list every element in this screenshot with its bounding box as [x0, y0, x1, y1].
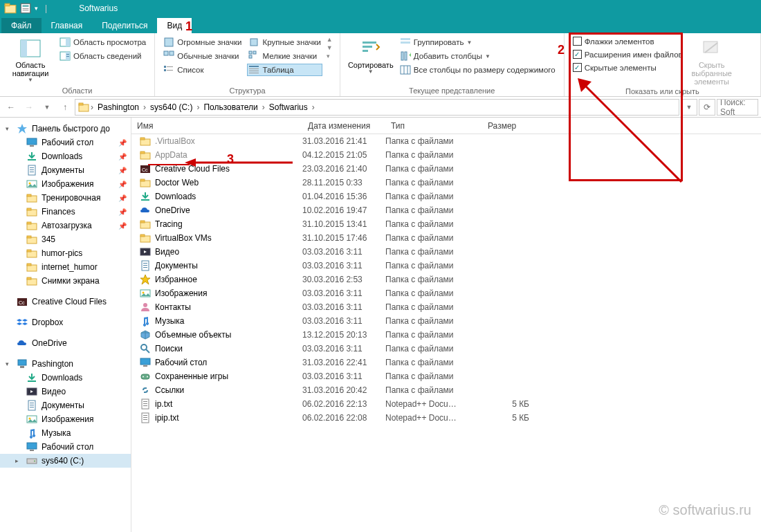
- chevron-right-icon[interactable]: ›: [196, 102, 199, 112]
- sidebar-item[interactable]: Рабочий стол📌: [0, 136, 131, 149]
- navigation-pane[interactable]: ▾Панель быстрого доРабочий стол📌Download…: [0, 118, 131, 532]
- up-button[interactable]: ↑: [57, 99, 73, 116]
- fit-columns-button[interactable]: Все столбцы по размеру содержимого: [398, 64, 557, 76]
- layout-list[interactable]: Список: [162, 64, 243, 76]
- sort-button[interactable]: Сортировать ▼: [347, 36, 394, 75]
- layout-medium-icons[interactable]: Обычные значки: [162, 50, 243, 62]
- svg-rect-106: [143, 265, 147, 266]
- sidebar-item[interactable]: Downloads: [0, 371, 131, 385]
- sidebar-item[interactable]: 345: [0, 232, 131, 246]
- sidebar-item[interactable]: OneDrive: [0, 336, 131, 350]
- file-row[interactable]: Изображения03.03.2016 3:11Папка с файлам…: [131, 286, 761, 300]
- sidebar-item[interactable]: Снимки экрана: [0, 274, 131, 288]
- chevron-right-icon[interactable]: ›: [143, 102, 146, 112]
- sidebar-item[interactable]: Автозагрузка📌: [0, 219, 131, 232]
- forward-button[interactable]: →: [21, 99, 37, 116]
- crumb[interactable]: Softwarius: [266, 102, 311, 112]
- preview-pane-button[interactable]: Область просмотра: [58, 36, 147, 48]
- file-row[interactable]: .VirtualBox31.03.2016 21:41Папка с файла…: [131, 134, 761, 148]
- sidebar-item[interactable]: CcCreative Cloud Files: [0, 295, 131, 309]
- tab-file[interactable]: Файл: [1, 18, 42, 33]
- search-input[interactable]: Поиск: Soft: [717, 99, 758, 116]
- file-name: ip.txt: [155, 399, 172, 409]
- chevron-right-icon[interactable]: ›: [91, 102, 93, 112]
- layout-details[interactable]: Таблица: [247, 64, 322, 76]
- recent-locations-button[interactable]: ▼: [39, 99, 55, 116]
- crumb[interactable]: Pashington: [95, 102, 142, 112]
- properties-icon[interactable]: [19, 2, 32, 15]
- scroll-up-icon[interactable]: ▲: [327, 36, 333, 43]
- file-row[interactable]: ipip.txt06.02.2016 22:08Notepad++ Docu…5…: [131, 411, 761, 425]
- file-name: Сохраненные игры: [155, 372, 228, 381]
- group-by-button[interactable]: Группировать▼: [398, 36, 557, 48]
- sidebar-item[interactable]: Документы📌: [0, 163, 131, 177]
- sidebar-item[interactable]: Видео: [0, 385, 131, 398]
- tab-home[interactable]: Главная: [42, 18, 93, 33]
- back-button[interactable]: ←: [3, 99, 19, 116]
- nav-pane-button[interactable]: Область навигации ▼: [7, 36, 54, 84]
- svg-text:+: +: [409, 51, 411, 59]
- file-row[interactable]: Объемные объекты13.12.2015 20:13Папка с …: [131, 328, 761, 342]
- sidebar-item[interactable]: humor-pics: [0, 246, 131, 260]
- hidden-items-toggle[interactable]: ✓Скрытые элементы: [571, 62, 684, 73]
- file-row[interactable]: CcCreative Cloud Files23.03.2016 21:40Па…: [131, 162, 761, 176]
- file-row[interactable]: Избранное30.03.2016 2:53Папка с файлами: [131, 273, 761, 286]
- address-dropdown-button[interactable]: ▼: [681, 99, 697, 116]
- file-row[interactable]: ip.txt06.02.2016 22:13Notepad++ Docu…5 К…: [131, 397, 761, 411]
- file-extensions-toggle[interactable]: ✓Расширения имен файлов: [571, 49, 684, 59]
- file-row[interactable]: Doctor Web28.11.2015 0:33Папка с файлами: [131, 176, 761, 190]
- sidebar-item[interactable]: internet_humor: [0, 260, 131, 274]
- tab-share[interactable]: Поделиться: [92, 18, 157, 33]
- chevron-right-icon[interactable]: ›: [262, 102, 265, 112]
- add-columns-button[interactable]: +Добавить столбцы▼: [398, 50, 557, 62]
- sidebar-item[interactable]: ▸sys640 (C:): [0, 454, 131, 468]
- item-checkboxes-toggle[interactable]: Флажки элементов: [571, 36, 684, 46]
- layout-huge-icons[interactable]: Огромные значки: [162, 36, 243, 48]
- sidebar-item[interactable]: Изображения📌: [0, 177, 131, 191]
- file-row[interactable]: Ссылки31.03.2016 20:42Папка с файлами: [131, 383, 761, 397]
- sidebar-item[interactable]: Downloads📌: [0, 149, 131, 163]
- col-header-size[interactable]: Размер: [482, 121, 538, 131]
- breadcrumb[interactable]: › Pashington› sys640 (C:)› Пользователи›…: [75, 99, 679, 116]
- sidebar-item[interactable]: Музыка: [0, 426, 131, 440]
- col-header-type[interactable]: Тип: [385, 121, 482, 131]
- col-header-date[interactable]: Дата изменения: [302, 121, 385, 131]
- file-date: 31.03.2016 22:41: [302, 358, 385, 367]
- file-row[interactable]: Музыка03.03.2016 3:11Папка с файлами: [131, 314, 761, 328]
- qat-dropdown-icon[interactable]: ▾: [35, 5, 38, 12]
- crumb[interactable]: sys640 (C:): [147, 102, 195, 112]
- file-row[interactable]: Документы03.03.2016 3:11Папка с файлами: [131, 259, 761, 273]
- file-row[interactable]: Tracing31.10.2015 13:41Папка с файлами: [131, 217, 761, 231]
- sidebar-item[interactable]: ▾Панель быстрого до: [0, 122, 131, 136]
- sidebar-item-label: Видео: [42, 387, 66, 396]
- file-list[interactable]: .VirtualBox31.03.2016 21:41Папка с файла…: [131, 134, 761, 425]
- file-row[interactable]: Downloads01.04.2016 15:36Папка с файлами: [131, 190, 761, 203]
- details-pane-button[interactable]: Область сведений: [58, 50, 147, 62]
- layout-large-icons[interactable]: Крупные значки: [247, 36, 322, 48]
- file-date: 31.03.2016 21:41: [302, 136, 385, 146]
- file-row[interactable]: Рабочий стол31.03.2016 22:41Папка с файл…: [131, 356, 761, 369]
- quick-access-toolbar: ▾ |: [4, 2, 51, 15]
- col-header-name[interactable]: Имя: [131, 121, 302, 131]
- crumb[interactable]: Пользователи: [201, 102, 260, 112]
- file-row[interactable]: Сохраненные игры03.03.2016 3:11Папка с ф…: [131, 369, 761, 383]
- chevron-right-icon[interactable]: ›: [312, 102, 315, 112]
- file-row[interactable]: AppData04.12.2015 21:05Папка с файлами: [131, 148, 761, 162]
- file-row[interactable]: OneDrive10.02.2016 19:47Папка с файлами: [131, 203, 761, 217]
- file-row[interactable]: Поиски03.03.2016 3:11Папка с файлами: [131, 342, 761, 356]
- sidebar-item[interactable]: Рабочий стол: [0, 440, 131, 454]
- sidebar-item[interactable]: Документы: [0, 398, 131, 412]
- file-row[interactable]: VirtualBox VMs31.10.2015 17:46Папка с фа…: [131, 231, 761, 245]
- scroll-down-icon[interactable]: ▼: [327, 44, 333, 51]
- refresh-button[interactable]: ⟳: [699, 99, 715, 116]
- file-row[interactable]: Видео03.03.2016 3:11Папка с файлами: [131, 245, 761, 259]
- sidebar-item[interactable]: Изображения: [0, 412, 131, 426]
- sidebar-item[interactable]: Тренировочная📌: [0, 191, 131, 205]
- file-row[interactable]: Контакты03.03.2016 3:11Папка с файлами: [131, 300, 761, 314]
- layout-small-icons[interactable]: Мелкие значки: [247, 50, 322, 62]
- sidebar-item[interactable]: Dropbox: [0, 315, 131, 329]
- expand-icon[interactable]: ▾: [327, 53, 333, 59]
- sidebar-item[interactable]: Finances📌: [0, 205, 131, 219]
- svg-rect-74: [18, 360, 26, 365]
- sidebar-item[interactable]: ▾Pashington: [0, 357, 131, 371]
